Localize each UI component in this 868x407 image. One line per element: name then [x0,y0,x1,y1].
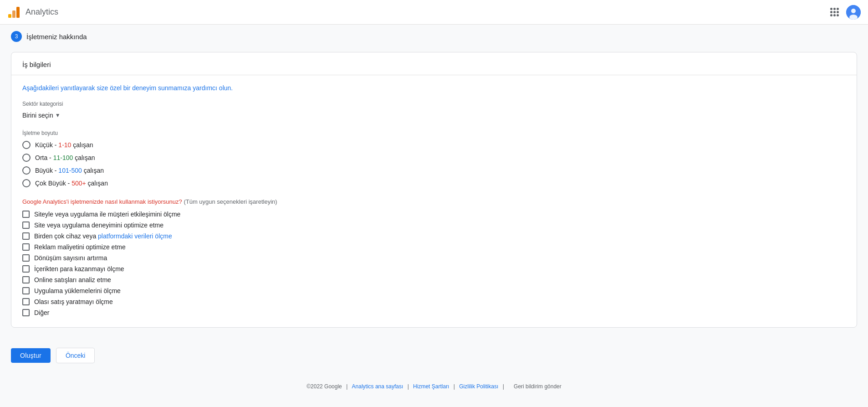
footer: ©2022 Google | Analytics ana sayfası | H… [0,376,868,397]
radio-medium[interactable]: Orta - 11-100 çalışan [22,154,846,162]
checkbox-item-10[interactable]: Diğer [22,309,846,316]
checkbox-item-2[interactable]: Site veya uygulama deneyimini optimize e… [22,222,846,229]
checkbox-box-3 [22,232,30,240]
checkbox-box-2 [22,222,30,229]
checkbox-item-4[interactable]: Reklam maliyetini optimize etme [22,243,846,251]
header: Analytics [0,0,868,25]
apps-icon[interactable] [826,4,842,21]
step-badge: 3 [11,31,22,42]
checkbox-label-1: Siteyle veya uygulama ile müşteri etkile… [34,211,180,218]
terms-link[interactable]: Hizmet Şartları [413,383,449,390]
button-row: Oluştur Önceki [0,339,868,372]
radio-label-medium: Orta - 11-100 çalışan [35,154,95,161]
radio-circle-medium [22,154,31,162]
radio-xlarge[interactable]: Çok Büyük - 500+ çalışan [22,179,846,187]
radio-label-xlarge: Çok Büyük - 500+ çalışan [35,180,108,187]
business-size-group: Küçük - 1-10 çalışan Orta - 11-100 çalış… [22,141,846,187]
checkbox-item-8[interactable]: Uygulama yüklemelerini ölçme [22,287,846,294]
checkbox-label-5: Dönüşüm sayısını artırma [34,254,107,262]
checkbox-item-6[interactable]: İçerikten para kazanmayı ölçme [22,265,846,273]
checkbox-label-2: Site veya uygulama deneyimini optimize e… [34,222,163,229]
radio-label-large: Büyük - 101-500 çalışan [35,167,104,174]
back-button[interactable]: Önceki [56,348,95,363]
create-button[interactable]: Oluştur [11,348,51,363]
copyright: ©2022 Google [306,383,342,390]
checkbox-box-4 [22,243,30,251]
radio-large[interactable]: Büyük - 101-500 çalışan [22,166,846,175]
sector-dropdown[interactable]: Birini seçin ▼ [22,110,61,121]
header-left: Analytics [7,6,58,19]
radio-circle-small [22,141,31,149]
checkbox-label-7: Online satışları analiz etme [34,276,111,283]
checkbox-label-4: Reklam maliyetini optimize etme [34,243,126,251]
main-content: İş bilgileri Aşağıdakileri yanıtlayarak … [0,48,868,339]
card-header-title: İş bilgileri [22,61,51,68]
user-avatar[interactable] [846,5,861,20]
checkbox-group: Siteyle veya uygulama ile müşteri etkile… [22,211,846,316]
checkbox-label-3: Birden çok cihaz veya platformdaki veril… [34,232,172,240]
checkbox-item-1[interactable]: Siteyle veya uygulama ile müşteri etkile… [22,211,846,218]
card-header: İş bilgileri [11,52,857,75]
checkbox-label-10: Diğer [34,309,49,316]
checkbox-box-9 [22,298,30,305]
sector-placeholder: Birini seçin [22,112,53,119]
feedback-link[interactable]: Geri bildirim gönder [514,383,562,390]
checkbox-box-8 [22,287,30,294]
checkbox-box-10 [22,309,30,316]
header-right [826,4,861,21]
page-title: Analytics [26,7,58,17]
sector-label: Sektör kategorisi [22,101,846,107]
checkbox-box-1 [22,211,30,218]
radio-small[interactable]: Küçük - 1-10 çalışan [22,141,846,149]
checkbox-item-5[interactable]: Dönüşüm sayısını artırma [22,254,846,262]
step-title: İşletmeniz hakkında [26,33,87,41]
checkbox-item-9[interactable]: Olası satış yaratmayı ölçme [22,298,846,305]
radio-label-small: Küçük - 1-10 çalışan [35,141,93,149]
checkbox-label-6: İçerikten para kazanmayı ölçme [34,265,124,273]
analytics-logo [7,6,20,19]
business-info-card: İş bilgileri Aşağıdakileri yanıtlayarak … [11,52,857,328]
svg-point-4 [851,9,856,13]
svg-rect-1 [12,10,15,18]
analytics-home-link[interactable]: Analytics ana sayfası [352,383,403,390]
usage-question-main: Google Analytics'i işletmenizde nasıl ku… [22,198,182,205]
checkbox-box-5 [22,254,30,262]
checkbox-box-7 [22,276,30,283]
chevron-down-icon: ▼ [55,112,61,118]
grid-dots [830,8,839,16]
privacy-link[interactable]: Gizlilik Politikası [459,383,498,390]
checkbox-label-9: Olası satış yaratmayı ölçme [34,298,113,305]
business-size-label: İşletme boyutu [22,130,846,136]
radio-circle-xlarge [22,179,31,187]
usage-question-suffix: (Tüm uygun seçenekleri işaretleyin) [184,198,277,205]
svg-rect-0 [8,14,11,18]
checkbox-item-3[interactable]: Birden çok cihaz veya platformdaki veril… [22,232,846,240]
subtitle-text: Aşağıdakileri yanıtlayarak size özel bir… [22,84,846,92]
checkbox-item-7[interactable]: Online satışları analiz etme [22,276,846,283]
card-body: Aşağıdakileri yanıtlayarak size özel bir… [11,75,857,327]
svg-rect-2 [16,7,20,18]
radio-circle-large [22,166,31,175]
checkbox-label-8: Uygulama yüklemelerini ölçme [34,287,121,294]
usage-question: Google Analytics'i işletmenizde nasıl ku… [22,198,846,205]
checkbox-box-6 [22,265,30,273]
step-bar: 3 İşletmeniz hakkında [0,25,868,48]
